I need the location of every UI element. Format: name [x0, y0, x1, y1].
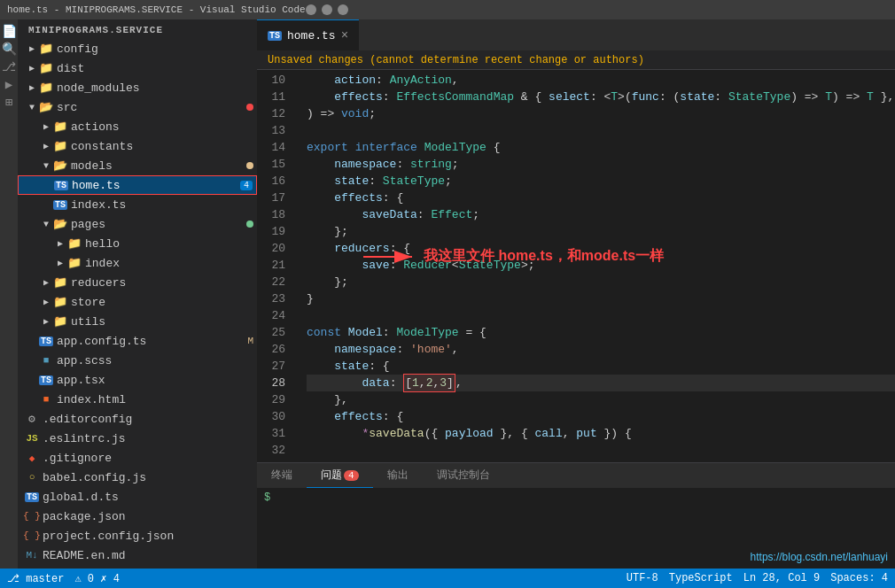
sidebar-item-constants[interactable]: ▶ 📁 constants: [18, 136, 257, 156]
activity-explorer-icon[interactable]: 📄: [1, 23, 17, 39]
sidebar-item-config[interactable]: ▶ 📁 config: [18, 39, 257, 58]
sidebar-item-global-dts[interactable]: TS global.d.ts: [18, 487, 257, 507]
sidebar-item-index-html[interactable]: ■ index.html: [18, 390, 257, 409]
indentation[interactable]: Spaces: 4: [830, 572, 888, 584]
sidebar-item-app-scss[interactable]: ■ app.scss: [18, 351, 257, 370]
sidebar-item-app-tsx[interactable]: TS app.tsx: [18, 370, 257, 390]
panel-tab-problems[interactable]: 问题 4: [307, 463, 373, 488]
sidebar-item-label: config: [57, 43, 257, 56]
token: EffectsCommandMap: [396, 89, 514, 105]
panel-tab-output[interactable]: 输出: [373, 463, 423, 488]
panel-tab-terminal[interactable]: 终端: [257, 463, 307, 488]
code-line: },: [307, 459, 895, 462]
token: :: [396, 156, 410, 173]
token: call: [534, 425, 562, 442]
token: },: [307, 459, 376, 462]
sidebar-item-eslintrc[interactable]: JS .eslintrc.js: [18, 429, 257, 448]
token: }: [307, 290, 314, 307]
sidebar-item-store[interactable]: ▶ 📁 store: [18, 292, 257, 312]
folder-icon: 📁: [53, 314, 67, 329]
code-content[interactable]: action: AnyAction, effects: EffectsComma…: [300, 70, 895, 462]
token: ;: [369, 105, 376, 122]
activity-search-icon[interactable]: 🔍: [1, 41, 17, 57]
token: StateType: [459, 257, 521, 274]
chevron-right-icon: ▶: [39, 314, 53, 329]
sidebar-item-label: package.json: [43, 510, 257, 523]
sidebar-item-editorconfig[interactable]: ⚙ .editorconfig: [18, 409, 257, 429]
activity-debug-icon[interactable]: ▶: [1, 76, 17, 92]
sidebar-item-reducers[interactable]: ▶ 📁 reducers: [18, 273, 257, 292]
git-branch[interactable]: ⎇ master: [7, 572, 64, 585]
sidebar-item-label: node_modules: [57, 81, 257, 95]
token: [307, 425, 362, 442]
close-control[interactable]: [338, 4, 348, 15]
token: :: [390, 375, 404, 391]
sidebar-item-node-modules[interactable]: ▶ 📁 node_modules: [18, 78, 257, 97]
panel-tab-debug-console[interactable]: 调试控制台: [423, 463, 504, 488]
cursor-position[interactable]: Ln 28, Col 9: [743, 572, 820, 584]
sidebar-item-models[interactable]: ▼ 📂 models: [18, 156, 257, 175]
sidebar-item-label: app.tsx: [57, 374, 257, 387]
title-bar-controls: [306, 4, 348, 15]
json-file-icon: { }: [25, 509, 39, 523]
info-bar: Unsaved changes (cannot determine recent…: [257, 50, 895, 70]
sidebar-item-readme[interactable]: M↓ README.md: [18, 565, 257, 569]
maximize-control[interactable]: [322, 4, 332, 15]
language[interactable]: TypeScript: [669, 572, 733, 584]
tab-close-icon[interactable]: ×: [341, 28, 348, 43]
chevron-right-icon: ▶: [53, 236, 67, 251]
line-number: 15: [257, 156, 292, 173]
ts-file-icon: TS: [25, 490, 39, 504]
code-line: *saveData({ payload }, { call, put }) {: [307, 425, 895, 442]
sidebar-item-label: home.ts: [72, 179, 240, 192]
activity-git-icon[interactable]: ⎇: [1, 58, 17, 74]
sidebar-item-home-ts[interactable]: TS home.ts 4: [18, 175, 257, 195]
token: ) =>: [790, 89, 825, 105]
sidebar-item-actions[interactable]: ▶ 📁 actions: [18, 117, 257, 136]
folder-icon: 📁: [39, 81, 53, 95]
token: ) =>: [832, 89, 867, 105]
token: :: [714, 89, 728, 105]
chevron-right-icon: ▶: [53, 256, 67, 270]
token: [341, 324, 348, 341]
token: {: [486, 139, 501, 156]
activity-extensions-icon[interactable]: ⊞: [1, 94, 17, 110]
line-number: 25: [257, 324, 292, 341]
sidebar-item-project-config-json[interactable]: { } project.config.json: [18, 526, 257, 545]
git-file-icon: ◆: [25, 451, 39, 465]
token: = {: [459, 324, 486, 341]
token: void: [341, 105, 369, 122]
status-left: ⎇ master ⚠ 0 ✗ 4: [7, 572, 120, 585]
encoding[interactable]: UTF-8: [626, 572, 658, 584]
sidebar-item-index-ts[interactable]: TS index.ts: [18, 195, 257, 214]
sidebar-item-src[interactable]: ▼ 📂 src: [18, 97, 257, 117]
tab-home-ts[interactable]: TS home.ts ×: [257, 19, 359, 50]
token: [: [405, 376, 412, 390]
token: }) {: [597, 425, 632, 442]
folder-icon: 📁: [67, 236, 82, 251]
sidebar-item-utils[interactable]: ▶ 📁 utils: [18, 312, 257, 331]
line-number: 26: [257, 341, 292, 358]
minimize-control[interactable]: [306, 4, 316, 15]
sidebar-item-hello[interactable]: ▶ 📁 hello: [18, 234, 257, 253]
sidebar-item-readme-en[interactable]: M↓ README.en.md: [18, 545, 257, 565]
token: :: [383, 89, 397, 105]
sidebar-item-babel[interactable]: ○ babel.config.js: [18, 468, 257, 487]
token: },: [307, 391, 348, 408]
sidebar-item-app-config-ts[interactable]: TS app.config.ts M: [18, 331, 257, 351]
sidebar-item-dist[interactable]: ▶ 📁 dist: [18, 58, 257, 78]
sidebar-item-label: .eslintrc.js: [43, 432, 257, 445]
sidebar-item-package-json[interactable]: { } package.json: [18, 507, 257, 526]
token: [348, 139, 355, 156]
sidebar-item-index-folder[interactable]: ▶ 📁 index: [18, 253, 257, 273]
token: : <: [590, 89, 611, 105]
config-file-icon: ⚙: [25, 412, 39, 426]
sidebar-item-label: project.config.json: [43, 530, 257, 543]
sidebar-item-pages[interactable]: ▼ 📂 pages: [18, 214, 257, 234]
line-number: 20: [257, 240, 292, 257]
code-line: const Model: ModelType = {: [307, 324, 895, 341]
sidebar-item-label: reducers: [71, 276, 257, 290]
problems-count[interactable]: ⚠ 0 ✗ 4: [74, 572, 119, 585]
token: },: [874, 89, 894, 105]
sidebar-item-gitignore[interactable]: ◆ .gitignore: [18, 448, 257, 468]
